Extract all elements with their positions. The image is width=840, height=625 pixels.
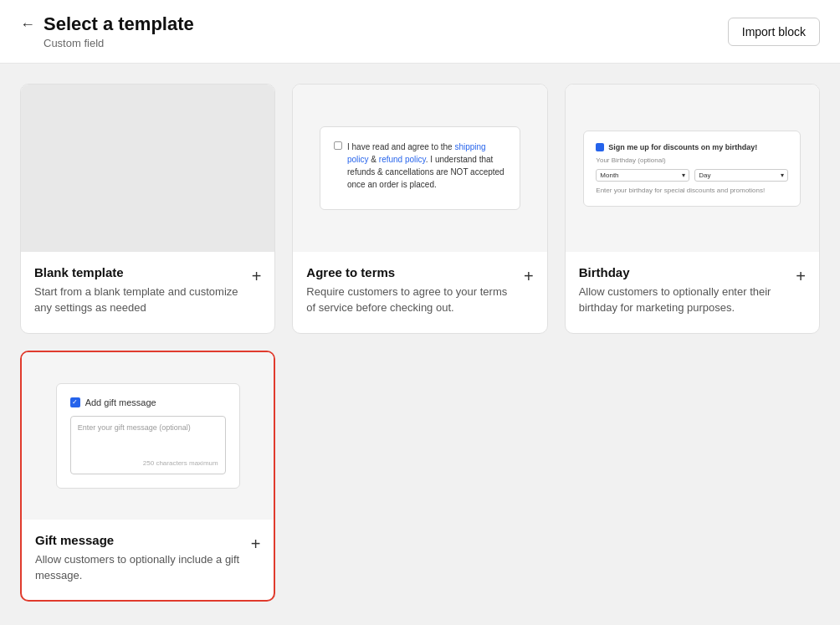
chevron-down-icon: ▾ — [682, 172, 685, 179]
agree-terms-add-button[interactable]: + — [524, 267, 534, 286]
month-placeholder: Month — [600, 172, 618, 179]
birthday-preview: Sign me up for discounts on my birthday!… — [566, 85, 819, 252]
day-select[interactable]: Day ▾ — [694, 169, 788, 182]
back-button[interactable]: ← — [20, 16, 35, 33]
blank-card-title: Blank template — [34, 265, 245, 279]
template-card-gift-message[interactable]: Add gift message Enter your gift message… — [20, 351, 275, 602]
gift-textarea-mock: Enter your gift message (optional) 250 c… — [70, 416, 226, 474]
gift-message-add-button[interactable]: + — [251, 535, 261, 554]
birthday-card-title: Birthday — [579, 265, 790, 279]
page-subtitle: Custom field — [44, 37, 194, 49]
terms-checkbox — [334, 141, 342, 150]
templates-grid: Blank template Start from a blank templa… — [0, 64, 840, 622]
blank-card-info: Blank template Start from a blank templa… — [21, 252, 274, 333]
page-header: ← Select a template Custom field Import … — [0, 0, 840, 64]
gift-checkbox-row: Add gift message — [70, 397, 226, 407]
page-title: Select a template — [44, 13, 194, 35]
blank-card-desc: Start from a blank template and customiz… — [34, 284, 245, 316]
day-placeholder: Day — [699, 172, 710, 179]
gift-message-card-info: Gift message Allow customers to optional… — [22, 520, 274, 601]
birthday-checkbox-row: Sign me up for discounts on my birthday! — [596, 143, 788, 151]
refund-policy-link: refund policy — [379, 155, 426, 164]
gift-message-card-text: Gift message Allow customers to optional… — [35, 533, 244, 584]
gift-message-card-title: Gift message — [35, 533, 244, 547]
template-card-birthday[interactable]: Sign me up for discounts on my birthday!… — [565, 84, 820, 334]
month-select[interactable]: Month ▾ — [596, 169, 689, 182]
birthday-card-desc: Allow customers to optionally enter thei… — [579, 284, 790, 316]
import-block-button[interactable]: Import block — [728, 18, 820, 46]
chevron-down-icon: ▾ — [781, 172, 784, 179]
header-left: ← Select a template Custom field — [20, 13, 194, 49]
agree-terms-card-text: Agree to terms Require customers to agre… — [306, 265, 517, 316]
gift-checkbox-label: Add gift message — [85, 397, 156, 407]
birthday-checkbox — [596, 143, 604, 151]
blank-card-text: Blank template Start from a blank templa… — [34, 265, 245, 316]
birthday-checkbox-label: Sign me up for discounts on my birthday! — [608, 143, 757, 151]
birthday-add-button[interactable]: + — [796, 267, 806, 286]
terms-text: I have read and agree to the shipping po… — [347, 141, 506, 191]
agree-terms-card-info: Agree to terms Require customers to agre… — [293, 252, 546, 333]
gift-textarea-placeholder: Enter your gift message (optional) — [78, 423, 218, 432]
template-card-agree-terms[interactable]: I have read and agree to the shipping po… — [292, 84, 547, 334]
gift-message-preview: Add gift message Enter your gift message… — [22, 352, 274, 520]
agree-terms-preview: I have read and agree to the shipping po… — [293, 85, 546, 252]
birthday-hint: Enter your birthday for special discount… — [596, 187, 788, 194]
agree-terms-card-desc: Require customers to agree to your terms… — [306, 284, 517, 316]
blank-add-button[interactable]: + — [252, 267, 262, 286]
gift-preview-content: Add gift message Enter your gift message… — [56, 383, 240, 489]
header-title-row: ← Select a template — [20, 13, 194, 35]
birthday-optional-label: Your Birthday (optional) — [596, 156, 788, 164]
template-card-blank[interactable]: Blank template Start from a blank templa… — [20, 84, 275, 334]
gift-message-card-desc: Allow customers to optionally include a … — [35, 552, 244, 584]
gift-char-limit: 250 characters maximum — [143, 459, 218, 467]
gift-checkbox — [70, 397, 80, 407]
birthday-card-info: Birthday Allow customers to optionally e… — [566, 252, 819, 333]
birthday-card-text: Birthday Allow customers to optionally e… — [579, 265, 790, 316]
birthday-preview-content: Sign me up for discounts on my birthday!… — [583, 131, 801, 207]
birthday-selects-row: Month ▾ Day ▾ — [596, 169, 788, 182]
terms-preview-content: I have read and agree to the shipping po… — [320, 126, 520, 210]
blank-preview — [21, 85, 274, 252]
agree-terms-card-title: Agree to terms — [306, 265, 517, 279]
